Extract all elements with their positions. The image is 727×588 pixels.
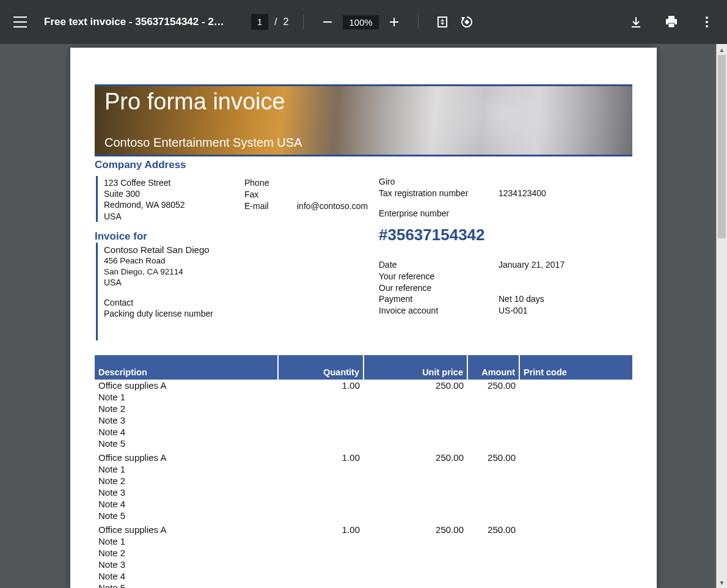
svg-point-17 xyxy=(706,17,708,19)
cell-amount: 250.00 xyxy=(467,380,519,391)
cell-print-code xyxy=(519,524,632,535)
ref-label: Your reference xyxy=(379,271,481,282)
addr-line: 123 Coffee Street xyxy=(104,177,244,188)
cell-description: Office supplies A xyxy=(95,380,278,391)
cell-unit-price: 250.00 xyxy=(364,452,467,463)
invoice-ref-block: DateJanuary 21, 2017 Your reference Our … xyxy=(379,259,632,317)
table-note-row: Note 4 xyxy=(95,570,632,582)
svg-rect-10 xyxy=(464,20,469,24)
page-number-input[interactable]: 1 xyxy=(251,14,268,30)
invoice-banner: Pro forma invoice Contoso Entertainment … xyxy=(95,84,632,156)
tax-value: 1234123400 xyxy=(499,188,546,199)
cell-note: Note 5 xyxy=(95,438,632,449)
invoice-title: Pro forma invoice xyxy=(104,90,623,114)
cust-line: San Diego, CA 92114 xyxy=(104,266,379,277)
tax-label: Tax registration number xyxy=(379,188,481,199)
email-label: E-mail xyxy=(244,200,280,212)
addr-line: USA xyxy=(104,211,244,222)
enterprise-label: Enterprise number xyxy=(379,208,481,219)
cell-unit-price: 250.00 xyxy=(364,524,467,535)
th-amount: Amount xyxy=(467,355,519,380)
cell-note: Note 2 xyxy=(95,403,632,414)
cell-note: Note 5 xyxy=(95,510,632,521)
cust-line: USA xyxy=(104,277,379,288)
email-value: info@contoso.com xyxy=(297,200,368,212)
cell-unit-price: 250.00 xyxy=(364,380,467,391)
cell-description: Office supplies A xyxy=(95,524,278,535)
fax-label: Fax xyxy=(244,189,280,200)
svg-rect-6 xyxy=(438,17,447,27)
cell-note: Note 5 xyxy=(95,582,632,588)
toolbar-divider xyxy=(418,15,418,29)
cell-note: Note 3 xyxy=(95,487,632,498)
table-note-row: Note 5 xyxy=(95,510,632,521)
invoice-lines-table: Description Quantity Unit price Amount P… xyxy=(95,355,632,588)
zoom-in-button[interactable] xyxy=(385,13,403,31)
table-note-row: Note 5 xyxy=(95,582,632,588)
ref-label: Invoice account xyxy=(379,305,481,317)
cell-note: Note 1 xyxy=(95,535,632,547)
cell-note: Note 1 xyxy=(95,463,632,475)
ref-label: Our reference xyxy=(379,282,481,294)
cell-note: Note 2 xyxy=(95,475,632,487)
company-address-block: 123 Coffee Street Suite 300 Redmond, WA … xyxy=(96,176,379,222)
table-note-row: Note 4 xyxy=(95,498,632,510)
company-name: Contoso Entertainment System USA xyxy=(104,136,623,150)
fit-page-icon[interactable] xyxy=(433,13,451,31)
zoom-out-button[interactable] xyxy=(318,13,337,31)
table-note-row: Note 1 xyxy=(95,391,632,403)
table-note-row: Note 1 xyxy=(95,535,632,547)
table-row: Office supplies A 1.00 250.00 250.00 xyxy=(95,380,632,391)
company-address-heading: Company Address xyxy=(95,159,632,171)
cell-note: Note 4 xyxy=(95,570,632,582)
giro-label: Giro xyxy=(379,176,481,188)
rotate-icon[interactable] xyxy=(458,13,476,31)
table-row: Office supplies A 1.00 250.00 250.00 xyxy=(95,452,632,463)
cell-print-code xyxy=(519,380,632,391)
th-description: Description xyxy=(95,355,278,380)
cell-print-code xyxy=(519,452,632,463)
cell-note: Note 3 xyxy=(95,414,632,426)
page-total: 2 xyxy=(283,17,289,28)
addr-line: Suite 300 xyxy=(104,188,244,199)
cell-quantity: 1.00 xyxy=(278,452,364,463)
cell-note: Note 1 xyxy=(95,391,632,403)
download-icon[interactable] xyxy=(627,13,645,31)
table-note-row: Note 3 xyxy=(95,414,632,426)
svg-point-19 xyxy=(706,25,708,28)
cust-line: Contoso Retail San Diego xyxy=(104,244,379,256)
ref-value: US-001 xyxy=(499,305,527,317)
ref-label: Payment xyxy=(379,293,481,305)
cell-description: Office supplies A xyxy=(95,452,278,463)
invoice-for-block: Contoso Retail San Diego 456 Peach Road … xyxy=(96,243,379,340)
cell-note: Note 3 xyxy=(95,559,632,570)
table-note-row: Note 5 xyxy=(95,438,632,449)
menu-icon[interactable] xyxy=(11,13,29,31)
th-unit-price: Unit price xyxy=(364,355,467,380)
zoom-level[interactable]: 100% xyxy=(343,15,378,29)
table-row: Office supplies A 1.00 250.00 250.00 xyxy=(95,524,632,535)
table-note-row: Note 4 xyxy=(95,426,632,438)
table-note-row: Note 2 xyxy=(95,403,632,414)
invoice-for-heading: Invoice for xyxy=(95,230,379,243)
page-separator: / xyxy=(274,17,277,28)
pdf-toolbar: Free text invoice - 35637154342 - 20... … xyxy=(0,0,727,44)
svg-marker-7 xyxy=(440,19,444,21)
cell-quantity: 1.00 xyxy=(278,380,364,391)
company-reg-block: Giro Tax registration number1234123400 E… xyxy=(379,176,632,222)
toolbar-divider xyxy=(303,15,304,29)
table-note-row: Note 2 xyxy=(95,475,632,487)
document-title: Free text invoice - 35637154342 - 20... xyxy=(44,16,227,28)
more-icon[interactable] xyxy=(698,13,716,31)
document-viewport: Pro forma invoice Contoso Entertainment … xyxy=(0,44,727,588)
addr-line: Redmond, WA 98052 xyxy=(104,199,244,210)
table-note-row: Note 3 xyxy=(95,487,632,498)
svg-rect-13 xyxy=(668,16,674,19)
svg-marker-8 xyxy=(440,23,444,25)
cell-amount: 250.00 xyxy=(467,524,519,535)
cell-note: Note 2 xyxy=(95,547,632,559)
svg-rect-15 xyxy=(668,23,674,28)
cust-line: 456 Peach Road xyxy=(104,255,379,266)
print-icon[interactable] xyxy=(662,13,681,31)
th-print-code: Print code xyxy=(519,355,632,380)
